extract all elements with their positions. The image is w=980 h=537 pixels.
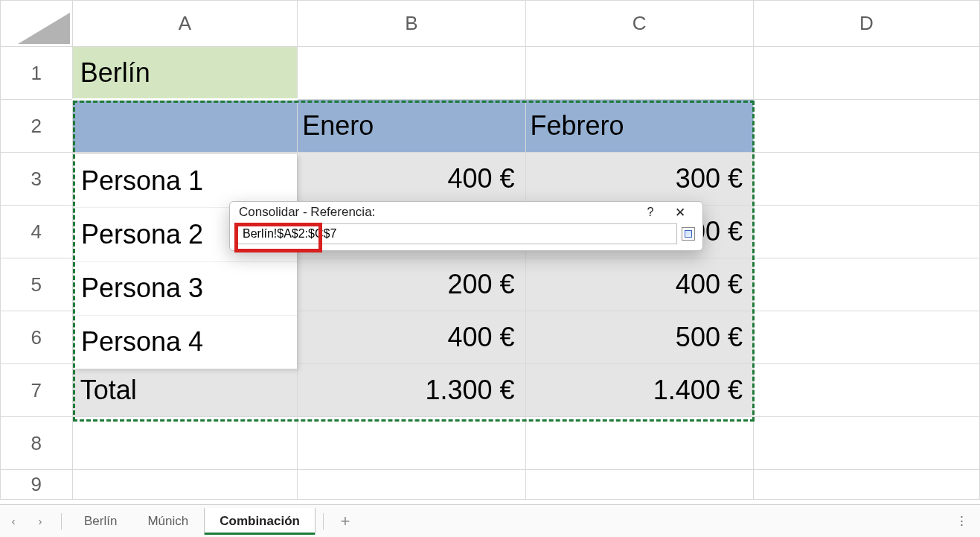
cell-B2[interactable]: Enero xyxy=(298,100,525,153)
cell-A8[interactable] xyxy=(72,417,297,470)
sheet-tab-bar: ‹ › Berlín Múnich Combinación + ⋮ xyxy=(0,504,980,537)
col-header-A[interactable]: A xyxy=(72,1,297,47)
cell-B7[interactable]: 1.300 € xyxy=(298,364,525,417)
tab-nav-next[interactable]: › xyxy=(27,505,54,537)
cell-C8[interactable] xyxy=(525,417,753,470)
row-header-8[interactable]: 8 xyxy=(1,417,73,470)
cell-B6[interactable]: 400 € xyxy=(298,311,525,364)
col-header-B[interactable]: B xyxy=(298,1,525,47)
row-header-5[interactable]: 5 xyxy=(1,258,73,311)
row-header-9[interactable]: 9 xyxy=(1,470,73,500)
consolidate-reference-dialog: Consolidar - Referencia: ? ✕ xyxy=(229,201,703,251)
sheet-tab-combinacion[interactable]: Combinación xyxy=(204,508,316,535)
cell-C7[interactable]: 1.400 € xyxy=(525,364,753,417)
cell-D9[interactable] xyxy=(753,470,979,500)
sheet-tab-berlin[interactable]: Berlín xyxy=(69,508,132,534)
cell-C5[interactable]: 400 € xyxy=(525,258,753,311)
cell-C6[interactable]: 500 € xyxy=(525,311,753,364)
dialog-help-button[interactable]: ? xyxy=(635,203,665,221)
cell-B8[interactable] xyxy=(298,417,525,470)
cell-B5[interactable]: 200 € xyxy=(298,258,525,311)
cell-B3[interactable]: 400 € xyxy=(298,153,525,206)
cell-D2[interactable] xyxy=(753,100,979,153)
row-header-4[interactable]: 4 xyxy=(1,206,73,258)
cell-A3[interactable]: Persona 1 xyxy=(72,153,297,206)
row-header-3[interactable]: 3 xyxy=(1,153,73,206)
cell-A7[interactable]: Total xyxy=(72,364,297,417)
add-sheet-button[interactable]: + xyxy=(331,512,359,531)
sheet-tab-more[interactable]: ⋮ xyxy=(955,513,980,529)
sheet-tab-munich[interactable]: Múnich xyxy=(132,508,204,534)
dialog-title-text: Consolidar - Referencia: xyxy=(239,205,375,220)
select-all-corner[interactable] xyxy=(1,1,73,47)
cell-A6[interactable]: Persona 4 xyxy=(72,311,297,364)
row-header-7[interactable]: 7 xyxy=(1,364,73,417)
cell-D1[interactable] xyxy=(753,47,979,100)
cell-A1[interactable]: Berlín xyxy=(72,47,297,100)
cell-D8[interactable] xyxy=(753,417,979,470)
row-header-2[interactable]: 2 xyxy=(1,100,73,153)
dialog-close-button[interactable]: ✕ xyxy=(665,203,695,221)
cell-C9[interactable] xyxy=(525,470,753,500)
cell-D6[interactable] xyxy=(753,311,979,364)
cell-A5[interactable]: Persona 3 xyxy=(72,258,297,311)
row-header-1[interactable]: 1 xyxy=(1,47,73,100)
reference-input[interactable] xyxy=(237,223,677,244)
expand-dialog-icon[interactable] xyxy=(682,227,695,241)
cell-B9[interactable] xyxy=(298,470,525,500)
cell-D5[interactable] xyxy=(753,258,979,311)
cell-C3[interactable]: 300 € xyxy=(525,153,753,206)
row-header-6[interactable]: 6 xyxy=(1,311,73,364)
cell-D3[interactable] xyxy=(753,153,979,206)
cell-D7[interactable] xyxy=(753,364,979,417)
cell-C1[interactable] xyxy=(525,47,753,100)
cell-A2[interactable] xyxy=(72,100,297,153)
cell-A9[interactable] xyxy=(72,470,297,500)
cell-C2[interactable]: Febrero xyxy=(525,100,753,153)
tab-nav-prev[interactable]: ‹ xyxy=(0,505,27,537)
cell-B1[interactable] xyxy=(298,47,525,100)
col-header-C[interactable]: C xyxy=(525,1,753,47)
col-header-D[interactable]: D xyxy=(753,1,979,47)
cell-D4[interactable] xyxy=(753,206,979,258)
